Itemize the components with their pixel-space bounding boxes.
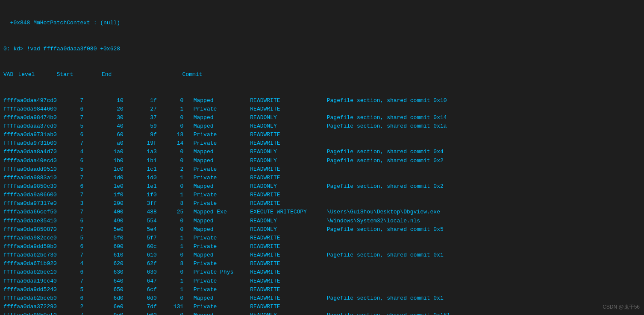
table-row: ffffaa0da9850af0 7 9e0 b60 0 Mapped READ…	[3, 311, 641, 315]
table-row: ffffaa0da982cce0 5 5f0 5f7 1 Private REA…	[3, 234, 641, 242]
table-row: ffffaa0daaa37cd0 5 40 59 0 Mapped READON…	[3, 122, 641, 131]
table-row: ffffaa0da9731b00 7 a0 19f 14 Private REA…	[3, 139, 641, 148]
table-row: ffffaa0dab2bc730 7 610 610 0 Mapped READ…	[3, 251, 641, 260]
table-row: ffffaa0da98474b0 7 30 37 0 Mapped READON…	[3, 114, 641, 122]
table-row: ffffaa0da9844600 6 20 27 1 Private READW…	[3, 105, 641, 114]
table-row: ffffaa0dab2bee10 6 630 630 0 Private Phy…	[3, 268, 641, 277]
header-line2: 0: kd> !vad ffffaa0daaa3f080 +0x628	[3, 45, 641, 53]
table-row: ffffaa0daa8a4d70 4 1a0 1a3 0 Mapped READ…	[3, 148, 641, 156]
header-line1: +0x848 MmHotPatchContext : (null)	[3, 19, 641, 27]
table-row: ffffaa0dab2bceb0 6 6d0 6d0 0 Mapped READ…	[3, 294, 641, 303]
table-row: ffffaa0da66cef50 7 400 488 25 Mapped Exe…	[3, 208, 641, 216]
table-row: ffffaa0da9850c30 6 1e0 1e1 0 Mapped READ…	[3, 182, 641, 191]
table-row: ffffaa0da9731ab0 6 60 9f 18 Private READ…	[3, 131, 641, 139]
table-row: ffffaa0daae35410 6 490 554 0 Mapped READ…	[3, 217, 641, 225]
table-row: ffffaa0daadd9510 5 1c0 1c1 2 Private REA…	[3, 165, 641, 174]
table-row: ffffaa0da9850870 7 5e0 5e4 0 Mapped READ…	[3, 225, 641, 234]
watermark: CSDN @鬼于56	[603, 303, 640, 311]
table-row: ffffaa0daa40ecd0 6 1b0 1b1 0 Mapped READ…	[3, 157, 641, 165]
terminal-output: +0x848 MmHotPatchContext : (null) 0: kd>…	[0, 0, 644, 315]
table-row: ffffaa0da9dd5240 5 650 6cf 1 Private REA…	[3, 286, 641, 294]
table-row: ffffaa0daa497cd0 7 10 1f 0 Mapped READWR…	[3, 96, 641, 105]
data-rows: ffffaa0daa497cd0 7 10 1f 0 Mapped READWR…	[3, 96, 641, 315]
table-row: ffffaa0da97317e0 3 200 3ff 8 Private REA…	[3, 199, 641, 208]
table-row: ffffaa0da9dd50b0 6 600 60c 1 Private REA…	[3, 242, 641, 251]
column-headers: VADLevelStartEndCommit	[3, 70, 641, 79]
table-row: ffffaa0da671b920 4 620 62f 8 Private REA…	[3, 260, 641, 268]
table-row: ffffaa0da9883a10 7 1d0 1d0 1 Private REA…	[3, 174, 641, 182]
table-row: ffffaa0daa372290 2 6e0 7df 131 Private R…	[3, 303, 641, 311]
table-row: ffffaa0da9a06600 7 1f0 1f0 1 Private REA…	[3, 191, 641, 199]
table-row: ffffaa0daa19cc40 7 640 647 1 Private REA…	[3, 277, 641, 286]
